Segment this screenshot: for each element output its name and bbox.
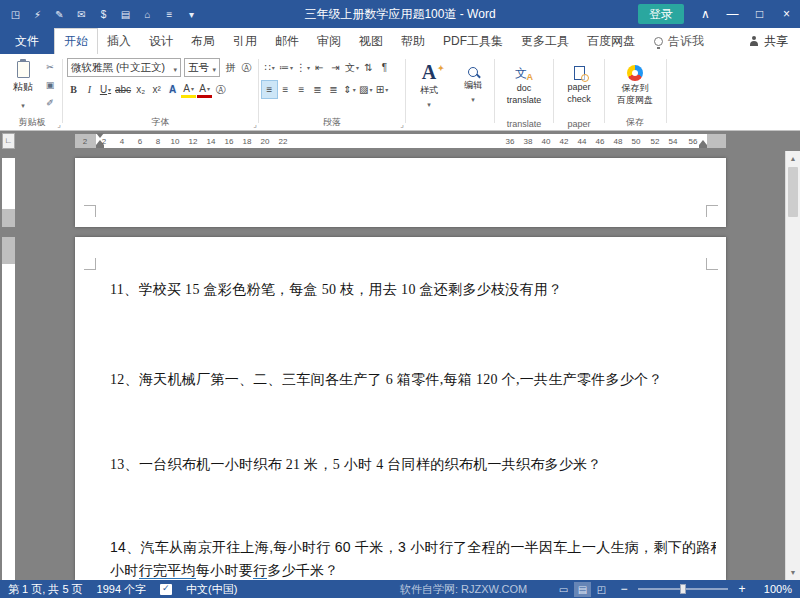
styles-button[interactable]: A 样式 (406, 54, 452, 116)
tab-home[interactable]: 开始 (54, 28, 98, 54)
qat-home-icon[interactable]: ⌂ (138, 4, 157, 24)
read-mode-button[interactable]: ▭ (555, 582, 572, 597)
tab-more-tools[interactable]: 更多工具 (512, 28, 578, 54)
ribbon-display-options-button[interactable]: ∧ (692, 0, 719, 28)
font-color-button[interactable]: A (197, 81, 212, 98)
font-dialog-launcher[interactable] (253, 121, 257, 129)
zoom-out-button[interactable]: − (618, 582, 630, 596)
chevron-down-icon (173, 62, 177, 74)
paragraph-problem-14[interactable]: 14、汽车从南京开往上海,每小时行 60 千米，3 小时行了全程的一半因车上一人… (110, 536, 716, 580)
tab-review[interactable]: 审阅 (308, 28, 350, 54)
proofing-check-icon[interactable] (160, 584, 172, 595)
qat-customize-icon[interactable]: ◳ (6, 4, 25, 24)
paragraph-problem-13[interactable]: 13、一台织布机一小时织布 21 米，5 小时 4 台同样的织布机一共织布多少米… (110, 456, 716, 474)
numbering-button[interactable]: ≔ (278, 59, 294, 76)
justify-button[interactable]: ≣ (310, 81, 325, 98)
language-indicator[interactable]: 中文(中国) (186, 582, 237, 597)
increase-indent-button[interactable]: ⇥ (328, 59, 343, 76)
paste-button[interactable]: 粘贴 (6, 57, 40, 115)
borders-button[interactable]: ⊞ (374, 81, 389, 98)
tab-baidu-netdisk[interactable]: 百度网盘 (578, 28, 644, 54)
vertical-ruler[interactable] (2, 151, 15, 580)
tab-layout[interactable]: 布局 (182, 28, 224, 54)
horizontal-ruler[interactable]: 2246810121416182022363840424446485052545… (75, 134, 726, 148)
qat-edit-icon[interactable]: ✎ (50, 4, 69, 24)
sort-button[interactable]: ⇅ (361, 59, 376, 76)
share-button[interactable]: 共享 (748, 28, 800, 54)
show-formatting-marks-button[interactable]: ¶ (377, 59, 392, 76)
save-to-baidu-button[interactable]: 保存到 百度网盘 (605, 54, 665, 116)
scroll-up-arrow-icon[interactable] (786, 152, 800, 165)
page-1[interactable] (75, 158, 726, 227)
align-center-button[interactable]: ≡ (278, 81, 293, 98)
paragraph-problem-12[interactable]: 12、海天机械厂第一、二、三车间各生产了 6 箱零件,每箱 120 个,一共生产… (110, 371, 716, 389)
multilevel-list-button[interactable]: ⋮ (295, 59, 311, 76)
text-effects-button[interactable]: A (165, 81, 180, 98)
minimize-button[interactable]: — (719, 0, 746, 28)
bullets-button[interactable]: ∷ (262, 59, 277, 76)
print-layout-button[interactable]: ▤ (574, 582, 591, 597)
tab-view[interactable]: 视图 (350, 28, 392, 54)
zoom-in-button[interactable]: + (736, 582, 748, 596)
font-size-select[interactable]: 五号 (184, 58, 220, 77)
page-indicator[interactable]: 第 1 页, 共 5 页 (8, 582, 83, 597)
tab-help[interactable]: 帮助 (392, 28, 434, 54)
vertical-scrollbar[interactable] (785, 151, 800, 580)
cut-button[interactable]: ✂ (42, 59, 58, 74)
qat-more-icon[interactable]: ▾ (182, 4, 201, 24)
doc-translate-button[interactable]: doc translate (495, 54, 553, 116)
qat-money-icon[interactable]: $ (94, 4, 113, 24)
scrollbar-thumb[interactable] (788, 167, 798, 217)
qat-lightning-icon[interactable]: ⚡ (28, 4, 47, 24)
zoom-slider[interactable] (638, 588, 728, 590)
scroll-down-arrow-icon[interactable] (786, 566, 800, 579)
clipboard-dialog-launcher[interactable] (57, 121, 61, 129)
strikethrough-button[interactable]: abc (114, 81, 132, 98)
tab-file[interactable]: 文件 (0, 28, 54, 54)
word-count[interactable]: 1994 个字 (97, 582, 147, 597)
qat-mail-icon[interactable]: ✉ (72, 4, 91, 24)
tab-references[interactable]: 引用 (224, 28, 266, 54)
tell-me-box[interactable]: 告诉我 (654, 28, 704, 54)
tab-insert[interactable]: 插入 (98, 28, 140, 54)
asian-layout-button[interactable]: 文 (344, 59, 360, 76)
line-spacing-button[interactable]: ⇕ (342, 81, 357, 98)
paragraph-dialog-launcher[interactable] (400, 121, 404, 129)
maximize-button[interactable]: □ (746, 0, 773, 28)
qat-menu-icon[interactable]: ≡ (160, 4, 179, 24)
login-button[interactable]: 登录 (638, 4, 684, 24)
window-title: 三年级上册数学应用题100道 - Word (220, 0, 580, 28)
tab-mailings[interactable]: 邮件 (266, 28, 308, 54)
zoom-percentage[interactable]: 100% (756, 583, 792, 595)
zoom-slider-thumb[interactable] (680, 584, 686, 594)
page-2[interactable]: 11、学校买 15 盒彩色粉笔，每盒 50 枝，用去 10 盒还剩多少枝没有用？… (75, 237, 726, 580)
right-indent-marker[interactable] (699, 140, 707, 145)
highlight-button[interactable]: A (181, 81, 196, 98)
paragraph-problem-11[interactable]: 11、学校买 15 盒彩色粉笔，每盒 50 枝，用去 10 盒还剩多少枝没有用？ (110, 281, 716, 299)
underline-button[interactable]: U (98, 81, 113, 98)
decrease-indent-button[interactable]: ⇤ (312, 59, 327, 76)
paper-check-button[interactable]: paper check (554, 54, 604, 116)
italic-button[interactable]: I (82, 81, 97, 98)
shading-button[interactable]: ▨ (358, 81, 373, 98)
enclose-button[interactable]: Ⓐ (213, 81, 228, 98)
subscript-button[interactable]: x₂ (133, 81, 148, 98)
web-layout-button[interactable]: ◰ (593, 582, 610, 597)
enclose-characters-button[interactable]: Ⓐ (239, 59, 254, 76)
pinyin-guide-button[interactable]: 拼 (223, 59, 238, 76)
qat-document-icon[interactable]: ▤ (116, 4, 135, 24)
format-painter-button[interactable]: ✐ (42, 95, 58, 110)
editing-button[interactable]: 编辑 (452, 54, 494, 116)
copy-button[interactable]: ▣ (42, 77, 58, 92)
clipboard-group: 粘贴 ✂▣✐ 剪贴板 (2, 54, 62, 130)
font-name-select[interactable]: 微软雅黑 (中文正文) (67, 58, 181, 77)
bold-button[interactable]: B (66, 81, 81, 98)
tab-design[interactable]: 设计 (140, 28, 182, 54)
tab-selector[interactable] (2, 133, 15, 149)
close-button[interactable]: × (773, 0, 800, 28)
tab-pdf-tools[interactable]: PDF工具集 (434, 28, 512, 54)
align-right-button[interactable]: ≡ (294, 81, 309, 98)
superscript-button[interactable]: x² (149, 81, 164, 98)
align-left-button[interactable]: ≡ (262, 81, 277, 98)
distribute-button[interactable]: ≣ (326, 81, 341, 98)
